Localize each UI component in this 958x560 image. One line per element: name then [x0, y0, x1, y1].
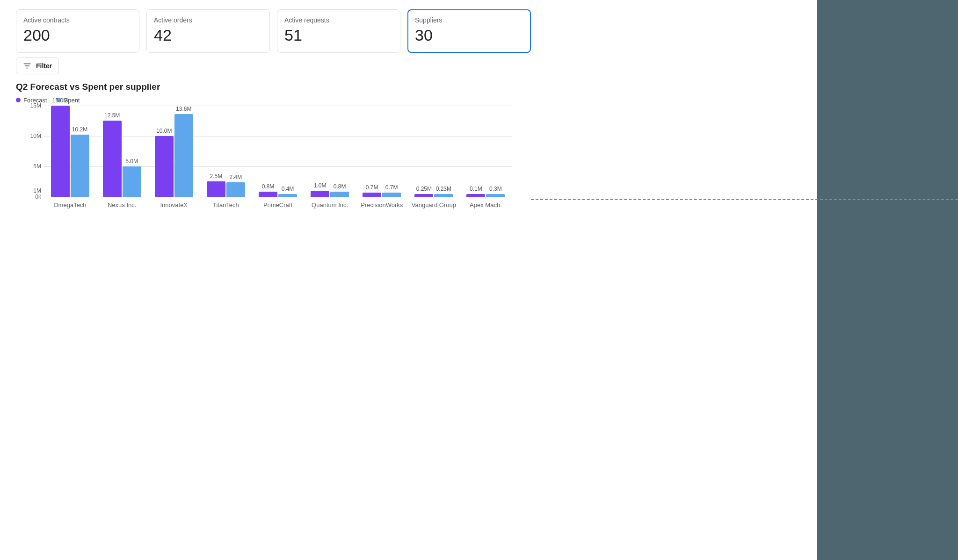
right-side-panel — [817, 0, 958, 560]
bar-value-label: 15.0M — [52, 97, 68, 104]
bar-spent[interactable] — [278, 194, 297, 197]
bar-container: 12.5M — [103, 112, 122, 197]
kpi-card-active-contracts[interactable]: Active contracts 200 — [16, 9, 139, 53]
bar-value-label: 0.7M — [366, 184, 378, 191]
bar-container: 2.4M — [226, 174, 245, 197]
bar-forecast[interactable] — [51, 106, 70, 197]
kpi-value: 42 — [154, 26, 262, 45]
bar-container: 0.7M — [382, 184, 401, 197]
bar-value-label: 0.7M — [385, 184, 398, 191]
bar-value-label: 2.5M — [210, 173, 223, 179]
plot-area: 15.0M10.2M12.5M5.0M10.0M13.6M2.5M2.4M0.8… — [44, 106, 512, 197]
bar-container: 0.1M — [466, 186, 485, 197]
bar-spent[interactable] — [71, 135, 89, 197]
bar-container: 0.4M — [278, 186, 297, 197]
x-axis: OmegaTechNexus Inc.InnovateXTitanTechPri… — [44, 201, 512, 208]
bar-container: 0.23M — [434, 186, 453, 197]
bar-forecast[interactable] — [259, 192, 277, 196]
x-tick-label: Vanguard Group — [408, 201, 460, 208]
bar-container: 13.6M — [174, 106, 193, 197]
bar-container: 1.0M — [311, 182, 329, 197]
y-tick-label: 10M — [30, 133, 41, 139]
y-tick-label: 15M — [30, 102, 41, 109]
kpi-value: 30 — [415, 26, 523, 45]
bar-forecast[interactable] — [155, 136, 174, 197]
chart-title: Q2 Forecast vs Spent per supplier — [16, 82, 531, 92]
bar-value-label: 5.0M — [125, 158, 138, 165]
kpi-card-active-requests[interactable]: Active requests 51 — [277, 9, 400, 53]
bar-group: 10.0M13.6M — [148, 106, 200, 197]
filter-button[interactable]: Filter — [16, 57, 59, 74]
x-tick-label: TitanTech — [200, 201, 252, 208]
bar-spent[interactable] — [330, 192, 349, 196]
bar-value-label: 0.3M — [489, 186, 502, 192]
bar-forecast[interactable] — [311, 191, 329, 197]
bar-forecast[interactable] — [414, 194, 433, 197]
x-tick-label: PrecisionWorks — [356, 201, 408, 208]
bar-value-label: 0.23M — [436, 186, 451, 192]
bar-container: 10.2M — [71, 126, 89, 197]
kpi-label: Active requests — [284, 16, 393, 24]
kpi-value: 200 — [23, 26, 132, 45]
chart-legend: Forecast Spent — [16, 97, 531, 104]
bar-spent[interactable] — [174, 114, 193, 197]
bar-value-label: 12.5M — [104, 112, 120, 119]
bar-value-label: 13.6M — [176, 106, 191, 112]
bar-value-label: 1.0M — [314, 182, 327, 189]
bar-container: 0.7M — [363, 184, 381, 197]
filter-label: Filter — [36, 62, 52, 70]
bar-spent[interactable] — [226, 182, 245, 197]
bar-group: 0.8M0.4M — [252, 106, 304, 197]
x-tick-label: Nexus Inc. — [96, 201, 148, 208]
kpi-card-suppliers[interactable]: Suppliers 30 — [407, 9, 531, 53]
bar-container: 2.5M — [207, 173, 225, 197]
bar-forecast[interactable] — [207, 181, 225, 197]
bar-value-label: 0.25M — [416, 186, 432, 192]
y-tick-label: 1M — [33, 187, 41, 194]
bar-container: 5.0M — [123, 158, 141, 197]
bar-value-label: 0.8M — [334, 183, 346, 190]
x-tick-label: Quantum Inc. — [304, 201, 356, 208]
kpi-row: Active contracts 200 Active orders 42 Ac… — [16, 9, 531, 53]
x-tick-label: OmegaTech — [44, 201, 96, 208]
bar-spent[interactable] — [486, 194, 505, 197]
bar-container: 0.8M — [330, 183, 349, 196]
bar-group: 1.0M0.8M — [304, 106, 356, 197]
x-tick-label: InnovateX — [148, 201, 200, 208]
bar-container: 0.3M — [486, 186, 505, 197]
bar-group: 0.7M0.7M — [356, 106, 408, 197]
bar-spent[interactable] — [382, 193, 401, 197]
bar-container: 15.0M — [51, 97, 70, 197]
bar-value-label: 10.2M — [72, 126, 87, 133]
bar-chart: 15M10M5M1M0k 15.0M10.2M12.5M5.0M10.0M13.… — [16, 106, 512, 215]
y-axis: 15M10M5M1M0k — [16, 106, 44, 197]
kpi-card-active-orders[interactable]: Active orders 42 — [146, 9, 270, 53]
x-tick-label: Apex Mach. — [460, 201, 512, 208]
bar-group: 0.1M0.3M — [460, 106, 512, 197]
bar-forecast[interactable] — [103, 121, 122, 197]
bar-container: 0.25M — [414, 186, 433, 197]
y-tick-label: 5M — [33, 163, 41, 170]
gridline — [44, 197, 512, 197]
bar-container: 0.8M — [259, 183, 277, 196]
kpi-label: Active orders — [154, 16, 262, 24]
bar-group: 0.25M0.23M — [408, 106, 460, 197]
x-tick-label: PrimeCraft — [252, 201, 304, 208]
bar-value-label: 0.4M — [282, 186, 294, 192]
bar-forecast[interactable] — [466, 194, 485, 197]
bar-forecast[interactable] — [363, 193, 381, 197]
bar-value-label: 0.1M — [470, 186, 482, 192]
bar-value-label: 10.0M — [156, 128, 172, 134]
bar-spent[interactable] — [123, 166, 141, 197]
y-tick-label: 0k — [35, 194, 41, 200]
bar-spent[interactable] — [434, 194, 453, 197]
bar-group: 15.0M10.2M — [44, 106, 96, 197]
bar-value-label: 0.8M — [262, 183, 275, 190]
kpi-label: Suppliers — [415, 16, 523, 24]
bar-container: 10.0M — [155, 128, 174, 197]
legend-dot-forecast — [16, 98, 21, 102]
bar-value-label: 2.4M — [230, 174, 242, 180]
kpi-value: 51 — [284, 26, 393, 45]
bar-group: 2.5M2.4M — [200, 106, 252, 197]
filter-icon — [23, 62, 31, 70]
